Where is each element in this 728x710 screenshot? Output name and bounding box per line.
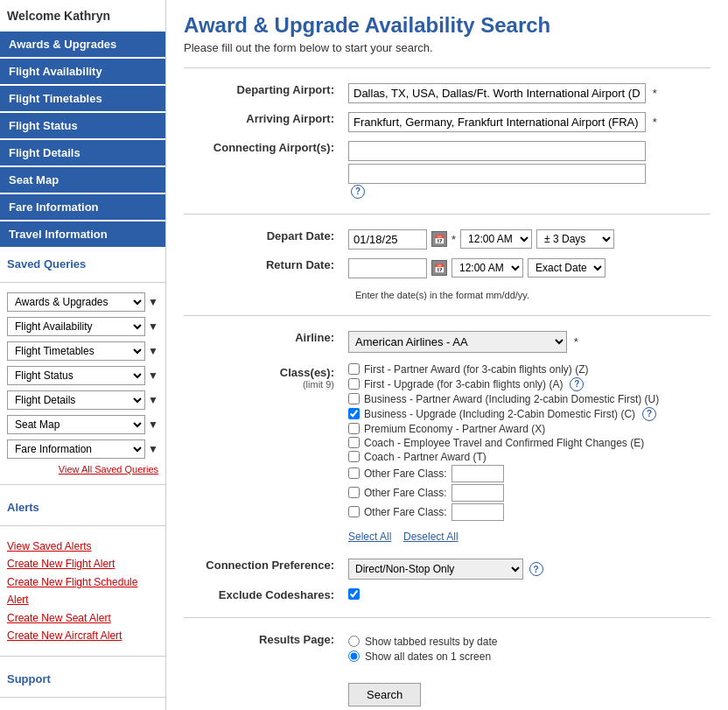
create-flight-schedule-alert-link[interactable]: Create New Flight Schedule Alert [7, 573, 158, 609]
deselect-all-link[interactable]: Deselect All [403, 531, 458, 543]
results-tabbed-radio[interactable] [348, 636, 360, 647]
nav-flight-details[interactable]: Flight Details [0, 140, 165, 165]
alerts-title: Alerts [0, 492, 165, 518]
nav-fare-information[interactable]: Fare Information [0, 194, 165, 220]
saved-query-row-seatmap: Seat Map ▼ [0, 412, 165, 437]
return-calendar-icon[interactable]: 📅 [431, 260, 447, 276]
nav-flight-timetables[interactable]: Flight Timetables [0, 86, 165, 111]
saved-queries-title: Saved Queries [0, 249, 165, 275]
page-title: Award & Upgrade Availability Search [184, 13, 710, 38]
first-upgrade-help-icon[interactable]: ? [570, 377, 584, 391]
airline-select[interactable]: American Airlines - AA [348, 331, 567, 353]
search-button-row: Search [184, 670, 710, 711]
departing-airport-input[interactable] [348, 83, 646, 103]
connecting-airport-input-2[interactable] [348, 164, 646, 184]
class-first-partner-checkbox[interactable] [348, 363, 360, 375]
saved-query-select-details[interactable]: Flight Details [7, 390, 145, 410]
depart-date-input[interactable] [348, 229, 427, 250]
return-time-select[interactable]: 12:00 AM [452, 258, 523, 278]
nav-travel-information[interactable]: Travel Information [0, 221, 165, 247]
arriving-airport-label: Arriving Airport: [184, 108, 341, 137]
class-business-upgrade-checkbox[interactable] [348, 408, 360, 419]
other-fare-input-1[interactable] [452, 465, 504, 482]
connection-pref-select[interactable]: Direct/Non-Stop Only No Preference Onlin… [348, 559, 523, 580]
exclude-codeshares-checkbox[interactable] [348, 588, 360, 600]
saved-query-select-awards[interactable]: Awards & Upgrades [7, 292, 145, 312]
airline-required-star: * [574, 335, 578, 348]
class-business-upgrade: Business - Upgrade (Including 2-Cabin Do… [348, 407, 704, 421]
arriving-airport-input[interactable] [348, 112, 646, 132]
other-fare-label-3: Other Fare Class: [364, 506, 447, 518]
class-premium-economy-checkbox[interactable] [348, 423, 360, 434]
connecting-help-icon[interactable]: ? [351, 185, 365, 199]
other-fare-input-2[interactable] [452, 484, 504, 502]
other-fare-label-1: Other Fare Class: [364, 467, 447, 480]
saved-query-select-fare[interactable]: Fare Information [7, 439, 145, 459]
search-button[interactable]: Search [348, 683, 421, 706]
create-flight-alert-link[interactable]: Create New Flight Alert [7, 555, 158, 573]
other-fare-row-3: Other Fare Class: [348, 503, 704, 521]
business-upgrade-help-icon[interactable]: ? [642, 407, 656, 421]
class-first-partner-label: First - Partner Award (for 3-cabin fligh… [364, 363, 589, 376]
class-premium-economy-label: Premium Economy - Partner Award (X) [364, 423, 545, 435]
select-deselect-links: Select All Deselect All [348, 523, 704, 550]
class-first-upgrade-checkbox[interactable] [348, 378, 360, 390]
departing-airport-label: Departing Airport: [184, 79, 341, 108]
class-coach-partner-checkbox[interactable] [348, 451, 360, 462]
results-form: Results Page: Show tabbed results by dat… [184, 629, 710, 711]
departing-airport-row: Departing Airport: * [184, 79, 710, 108]
classes-sublabel: (limit 9) [191, 379, 334, 390]
other-fare-input-3[interactable] [452, 503, 504, 521]
connecting-airport-input-1[interactable] [348, 141, 646, 161]
create-aircraft-alert-link[interactable]: Create New Aircraft Alert [7, 627, 158, 644]
return-date-label: Return Date: [184, 254, 341, 283]
saved-query-row-status: Flight Status ▼ [0, 363, 165, 388]
results-all-dates-label: Show all dates on 1 screen [365, 650, 491, 663]
airline-label: Airline: [184, 327, 341, 357]
class-business-partner-checkbox[interactable] [348, 393, 360, 404]
nav-awards-upgrades[interactable]: Awards & Upgrades [0, 32, 165, 57]
create-seat-alert-link[interactable]: Create New Seat Alert [7, 609, 158, 627]
class-business-upgrade-label: Business - Upgrade (Including 2-Cabin Do… [364, 408, 635, 420]
depart-time-select[interactable]: 12:00 AM [460, 229, 532, 249]
class-coach-employee-checkbox[interactable] [348, 437, 360, 448]
results-all-dates-radio[interactable] [348, 650, 360, 662]
nav-flight-status[interactable]: Flight Status [0, 113, 165, 138]
other-fare-checkbox-2[interactable] [348, 487, 360, 498]
other-fare-row-1: Other Fare Class: [348, 465, 704, 482]
saved-query-select-timetables[interactable]: Flight Timetables [7, 341, 145, 361]
page-subtitle: Please fill out the form below to start … [184, 41, 710, 54]
other-fare-checkbox-1[interactable] [348, 467, 360, 479]
class-business-partner: Business - Partner Award (Including 2-ca… [348, 393, 704, 405]
depart-range-select[interactable]: ± 3 Days Exact Date ± 1 Day ± 2 Days [536, 229, 614, 249]
other-fare-label-2: Other Fare Class: [364, 487, 447, 499]
return-date-input[interactable] [348, 258, 427, 278]
class-first-upgrade: First - Upgrade (for 3-cabin flights onl… [348, 377, 704, 391]
depart-required-star: * [452, 233, 456, 246]
saved-query-select-seatmap[interactable]: Seat Map [7, 415, 145, 434]
arriving-required-star: * [653, 116, 657, 129]
nav-seat-map[interactable]: Seat Map [0, 167, 165, 193]
view-all-saved-queries-link[interactable]: View All Saved Queries [0, 461, 165, 477]
saved-query-row-awards: Awards & Upgrades ▼ [0, 290, 165, 314]
saved-query-row-availability: Flight Availability ▼ [0, 314, 165, 339]
depart-calendar-icon[interactable]: 📅 [431, 231, 447, 247]
class-premium-economy: Premium Economy - Partner Award (X) [348, 423, 704, 435]
saved-query-select-status[interactable]: Flight Status [7, 366, 145, 385]
connecting-airports-label: Connecting Airport(s): [184, 137, 341, 203]
welcome-message: Welcome Kathryn [0, 0, 165, 32]
connection-pref-help-icon[interactable]: ? [529, 562, 543, 576]
saved-query-select-availability[interactable]: Flight Availability [7, 317, 145, 336]
other-fare-checkbox-3[interactable] [348, 506, 360, 517]
return-date-row: Return Date: 📅 12:00 AM Exact Date ± 1 D… [184, 254, 710, 283]
other-fare-row-2: Other Fare Class: [348, 484, 704, 502]
results-page-row: Results Page: Show tabbed results by dat… [184, 629, 710, 670]
sidebar: Welcome Kathryn Awards & Upgrades Flight… [0, 0, 166, 710]
exclude-codeshares-label: Exclude Codeshares: [184, 584, 341, 607]
date-note-row: Enter the date(s) in the format mm/dd/yy… [184, 283, 710, 305]
return-range-select[interactable]: Exact Date ± 1 Day ± 2 Days ± 3 Days [528, 258, 606, 278]
view-saved-alerts-link[interactable]: View Saved Alerts [7, 538, 158, 555]
results-tabbed-option: Show tabbed results by date [348, 636, 704, 648]
select-all-link[interactable]: Select All [348, 531, 391, 543]
nav-flight-availability[interactable]: Flight Availability [0, 59, 165, 84]
